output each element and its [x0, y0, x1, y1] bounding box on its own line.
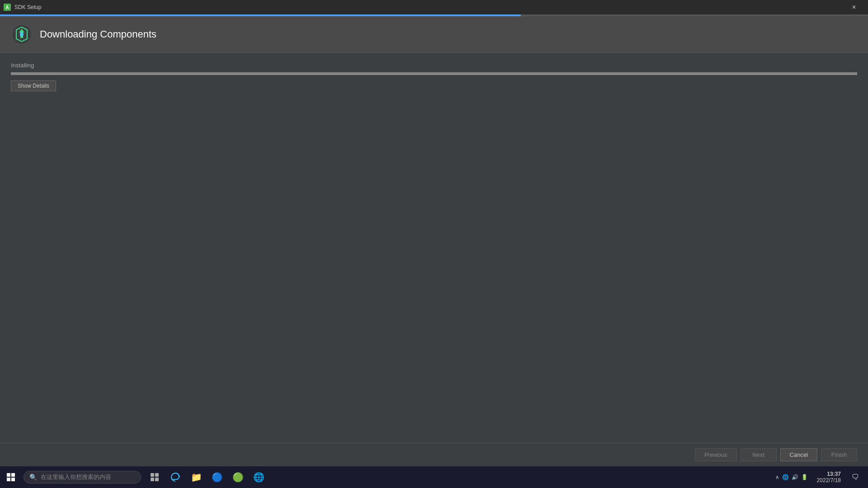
volume-icon: 🔊 — [792, 474, 798, 480]
app4-icon: 🔵 — [212, 472, 223, 483]
show-details-button[interactable]: Show Details — [11, 80, 56, 91]
app5-icon: 🟢 — [232, 472, 244, 483]
battery-icon: 🔋 — [801, 474, 808, 480]
android-studio-logo — [11, 23, 33, 45]
edge-icon — [170, 472, 181, 483]
main-content: Installing Show Details — [0, 53, 868, 443]
app6-icon: 🌐 — [253, 472, 264, 483]
search-icon: 🔍 — [29, 474, 37, 481]
notification-center-button[interactable]: 🗨 — [846, 466, 864, 488]
top-progress-bar — [0, 14, 868, 16]
cancel-button[interactable]: Cancel — [780, 448, 817, 461]
notification-icon: ∧ — [775, 474, 779, 480]
app5[interactable]: 🟢 — [228, 467, 248, 487]
start-button[interactable] — [0, 466, 22, 488]
top-progress-fill — [0, 14, 521, 16]
clock-time: 13:37 — [817, 471, 841, 477]
system-tray[interactable]: ∧ 🌐 🔊 🔋 — [772, 474, 811, 480]
windows-icon — [7, 473, 15, 481]
app-icon: A — [4, 4, 11, 11]
taskbar: 🔍 在这里输入你想搜索的内容 📁 🔵 🟢 — [0, 466, 868, 488]
progress-bar-fill — [11, 72, 857, 75]
svg-text:A: A — [5, 5, 9, 10]
progress-bar-container — [11, 72, 857, 75]
svg-rect-5 — [155, 473, 159, 477]
taskbar-right: ∧ 🌐 🔊 🔋 13:37 2022/7/18 🗨 — [772, 466, 868, 488]
page-title: Downloading Components — [40, 28, 156, 40]
folder-icon: 📁 — [191, 472, 202, 483]
taskbar-clock[interactable]: 13:37 2022/7/18 — [813, 469, 844, 485]
svg-point-3 — [20, 33, 24, 36]
edge-app[interactable] — [165, 467, 185, 487]
taskview-icon — [150, 473, 159, 482]
app6[interactable]: 🌐 — [249, 467, 269, 487]
svg-rect-6 — [151, 478, 154, 481]
close-button[interactable]: ✕ — [844, 0, 864, 14]
next-button[interactable]: Next — [741, 448, 777, 461]
taskbar-apps: 📁 🔵 🟢 🌐 — [145, 467, 269, 487]
taskbar-search[interactable]: 🔍 在这里输入你想搜索的内容 — [24, 471, 141, 483]
notification-center-icon: 🗨 — [852, 473, 859, 481]
title-bar-left: A SDK Setup — [4, 4, 41, 11]
network-icon: 🌐 — [782, 474, 789, 480]
footer: Previous Next Cancel Finish — [0, 443, 868, 466]
svg-rect-7 — [155, 478, 159, 481]
finish-button[interactable]: Finish — [821, 448, 857, 461]
search-placeholder: 在这里输入你想搜索的内容 — [41, 473, 111, 481]
title-bar-title: SDK Setup — [14, 4, 41, 10]
previous-button[interactable]: Previous — [695, 448, 737, 461]
header: Downloading Components — [0, 16, 868, 53]
svg-rect-4 — [151, 473, 154, 477]
explorer-app[interactable]: 📁 — [186, 467, 206, 487]
app4[interactable]: 🔵 — [207, 467, 227, 487]
title-bar: A SDK Setup ✕ — [0, 0, 868, 14]
taskview-button[interactable] — [145, 467, 165, 487]
clock-date: 2022/7/18 — [817, 477, 841, 483]
status-label: Installing — [11, 62, 857, 69]
